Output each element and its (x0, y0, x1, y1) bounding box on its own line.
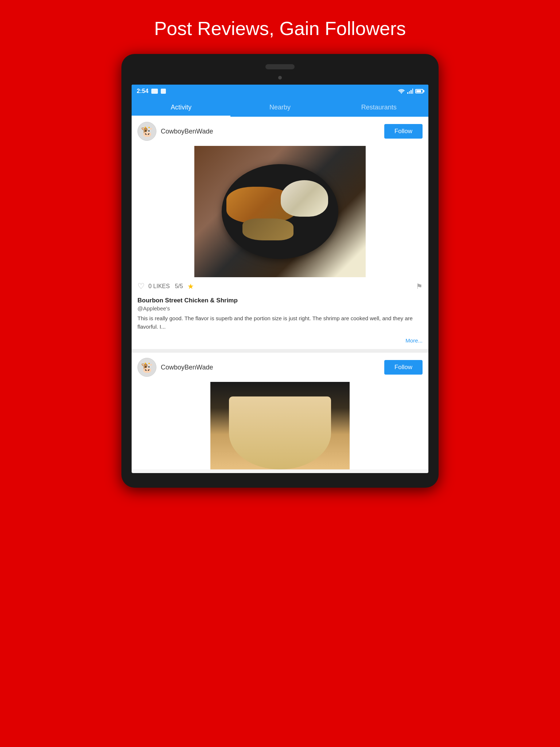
follow-button-2[interactable]: Follow (384, 360, 423, 375)
post-card-2: 🐮 CowboyBenWade Follow (132, 353, 428, 469)
review-text: This is really good. The flavor is super… (137, 314, 423, 331)
post-header-2: 🐮 CowboyBenWade Follow (132, 353, 428, 382)
page-title: Post Reviews, Gain Followers (0, 0, 560, 54)
tab-bar: Activity Nearby Restaurants (132, 98, 428, 117)
post-header: 🐮 CowboyBenWade Follow (132, 117, 428, 146)
tab-nearby[interactable]: Nearby (230, 98, 329, 117)
post-header-left: 🐮 CowboyBenWade (137, 122, 213, 141)
tablet-frame: 2:54 (121, 54, 439, 488)
more-link: More... (132, 335, 428, 349)
app-icon (161, 89, 166, 94)
bowl (229, 396, 331, 469)
username: CowboyBenWade (161, 128, 213, 135)
post-header-left-2: 🐮 CowboyBenWade (137, 358, 213, 377)
tab-restaurants[interactable]: Restaurants (330, 98, 428, 117)
garnish (242, 218, 293, 240)
status-bar: 2:54 (132, 85, 428, 98)
tablet-screen: 2:54 (132, 85, 428, 473)
camera-dot (278, 76, 282, 80)
avatar: 🐮 (137, 122, 156, 141)
star-icon: ★ (187, 282, 194, 291)
food-image-2 (210, 382, 350, 469)
restaurant-name: @Applebee's (137, 305, 423, 311)
post-actions: ♡ 0 LIKES 5/5 ★ ⚑ (132, 277, 428, 295)
more-button[interactable]: More... (405, 337, 423, 344)
like-icon[interactable]: ♡ (137, 282, 145, 291)
dish-name: Bourbon Street Chicken & Shrimp (137, 297, 423, 304)
tablet-notch (265, 64, 295, 69)
tab-activity[interactable]: Activity (132, 98, 230, 117)
avatar-2: 🐮 (137, 358, 156, 377)
rating-value: 5/5 (175, 283, 183, 290)
wifi-icon (398, 89, 405, 94)
signal-icon (407, 89, 413, 94)
follow-button[interactable]: Follow (384, 124, 423, 139)
avatar-image: 🐮 (141, 125, 153, 138)
likes-count: 0 LIKES (148, 283, 170, 290)
food-image-1 (194, 146, 366, 277)
flag-icon[interactable]: ⚑ (416, 282, 423, 291)
notification-icon (151, 89, 158, 94)
avatar-image-2: 🐮 (141, 361, 153, 374)
status-time: 2:54 (137, 88, 148, 94)
post-card: 🐮 CowboyBenWade Follow (132, 117, 428, 349)
username-2: CowboyBenWade (161, 364, 213, 371)
page-background: Post Reviews, Gain Followers 2:54 (0, 0, 560, 488)
status-bar-left: 2:54 (137, 88, 166, 94)
feed-content: 🐮 CowboyBenWade Follow (132, 117, 428, 469)
mashed-potatoes (281, 180, 328, 217)
battery-icon (415, 89, 423, 93)
post-body: Bourbon Street Chicken & Shrimp @Applebe… (132, 295, 428, 335)
status-bar-right (398, 89, 423, 94)
